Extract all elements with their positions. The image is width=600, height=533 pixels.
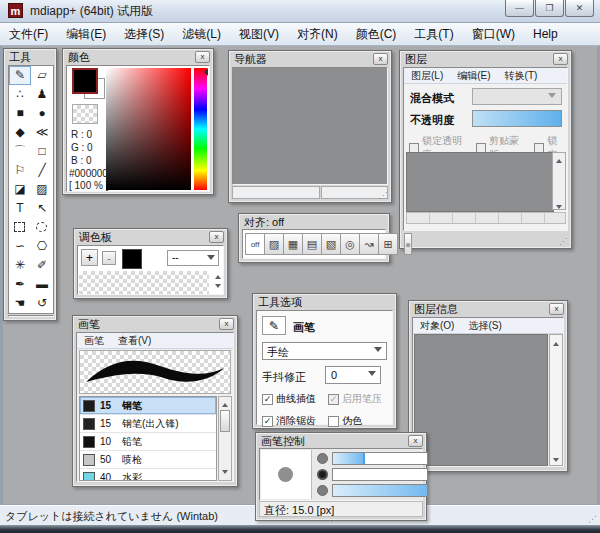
- polygon-lasso-tool[interactable]: ⎔: [31, 237, 53, 256]
- maximize-button[interactable]: ❐: [535, 0, 564, 17]
- measure-tool[interactable]: ▬: [31, 275, 53, 294]
- rect-outline-tool[interactable]: □: [31, 142, 53, 161]
- menu-item[interactable]: 编辑(E): [450, 69, 497, 83]
- gradient-tool[interactable]: ▨: [31, 180, 53, 199]
- eraser-tool[interactable]: ▱: [31, 66, 53, 85]
- snap-perspective-button[interactable]: ⊞: [378, 233, 398, 255]
- snap-grid-button[interactable]: ▦: [283, 233, 303, 255]
- menu-item[interactable]: 转换(T): [498, 69, 545, 83]
- opacity-slider[interactable]: [472, 110, 562, 127]
- fill-polyline-tool[interactable]: ≪: [31, 123, 53, 142]
- close-icon[interactable]: x: [219, 318, 234, 330]
- hue-slider[interactable]: [194, 68, 207, 190]
- scrollbar-thumb[interactable]: [220, 410, 230, 432]
- foreground-color-swatch[interactable]: [72, 68, 98, 94]
- close-icon[interactable]: x: [553, 53, 568, 65]
- close-button[interactable]: ✕: [565, 0, 594, 17]
- snap-radial-button[interactable]: ▧: [321, 233, 341, 255]
- fill-rect-tool[interactable]: ■: [9, 104, 31, 123]
- close-icon[interactable]: x: [209, 231, 224, 243]
- menu-item[interactable]: 图层(L): [404, 69, 450, 83]
- hand-tool[interactable]: ☚: [9, 294, 31, 313]
- text-tool[interactable]: T: [9, 199, 31, 218]
- stabilize-dropdown[interactable]: 0: [325, 366, 381, 384]
- menu-item[interactable]: 视图(V): [230, 26, 288, 43]
- eyedropper-tool[interactable]: ✒: [9, 275, 31, 294]
- palette-add-button[interactable]: +: [81, 249, 98, 266]
- tone-stamp-tool[interactable]: ♟: [31, 85, 53, 104]
- ellipse-marquee-tool[interactable]: [31, 218, 53, 237]
- palette-scroll-down-icon[interactable]: [215, 284, 221, 291]
- menu-item[interactable]: 选择(S): [461, 319, 508, 333]
- pen-tool[interactable]: ✎: [9, 66, 31, 85]
- close-icon[interactable]: x: [549, 303, 564, 315]
- lasso-tool[interactable]: ∽: [9, 237, 31, 256]
- dot-pen-tool[interactable]: ∴: [9, 85, 31, 104]
- rect-marquee-tool[interactable]: [9, 218, 31, 237]
- layer-list[interactable]: [406, 152, 554, 212]
- brush-row[interactable]: 50喷枪: [80, 451, 216, 469]
- palette-current-swatch[interactable]: [122, 249, 142, 269]
- navigator-angle-field[interactable]: [321, 186, 388, 199]
- current-tool-icon[interactable]: ✎: [262, 316, 286, 335]
- curve-tool[interactable]: ⌒: [9, 142, 31, 161]
- brush-control-slider[interactable]: [317, 452, 428, 465]
- menu-item[interactable]: 颜色(C): [347, 26, 406, 43]
- move-tool[interactable]: ↖: [31, 199, 53, 218]
- palette-remove-button[interactable]: -: [102, 251, 116, 265]
- fill-polygon-tool[interactable]: ◆: [9, 123, 31, 142]
- brush-list-scrollbar[interactable]: [218, 396, 232, 481]
- saturation-value-picker[interactable]: [106, 68, 191, 190]
- title-bar[interactable]: m mdiapp+ (64bit) 试用版 —❐✕: [0, 0, 600, 23]
- menu-item[interactable]: 选择(S): [115, 26, 173, 43]
- blend-mode-dropdown[interactable]: [472, 88, 562, 105]
- transparent-color-swatch[interactable]: [72, 104, 98, 124]
- checkbox-消除锯齿[interactable]: 消除锯齿: [262, 414, 328, 428]
- rotate-view-tool[interactable]: ↺: [31, 294, 53, 313]
- menu-item[interactable]: 对齐(N): [288, 26, 347, 43]
- brush-row[interactable]: 10铅笔: [80, 433, 216, 451]
- checkbox-启用笔压[interactable]: 启用笔压: [328, 392, 394, 406]
- menu-item[interactable]: 查看(V): [111, 334, 158, 348]
- checkbox-伪色[interactable]: 伪色: [328, 414, 394, 428]
- snap-parallel-button[interactable]: ▨: [264, 233, 284, 255]
- minimize-button[interactable]: —: [505, 0, 534, 17]
- palette-swatch-area[interactable]: [79, 271, 209, 294]
- resize-grip-icon[interactable]: ⋰: [559, 237, 567, 246]
- layer-info-scrollbar[interactable]: [549, 334, 563, 466]
- layer-toolbar[interactable]: [406, 212, 566, 224]
- menu-item[interactable]: 窗口(W): [463, 26, 524, 43]
- menu-item[interactable]: 工具(T): [405, 26, 462, 43]
- menu-item[interactable]: 文件(F): [0, 26, 57, 43]
- resize-grip-icon[interactable]: ⋰: [379, 191, 387, 200]
- checkbox-曲线插值[interactable]: 曲线插值: [262, 392, 328, 406]
- layer-list-scrollbar[interactable]: [552, 152, 566, 210]
- menu-item[interactable]: 编辑(E): [57, 26, 115, 43]
- path-pen-tool[interactable]: ⚐: [9, 161, 31, 180]
- brush-control-slider[interactable]: [317, 468, 428, 481]
- bucket-fill-tool[interactable]: ◪: [9, 180, 31, 199]
- navigator-zoom-field[interactable]: [232, 186, 320, 199]
- snap-curve-button[interactable]: ↝: [359, 233, 379, 255]
- snap-custom-button[interactable]: ●: [404, 233, 412, 255]
- brush-row[interactable]: 40水彩: [80, 469, 216, 481]
- close-icon[interactable]: x: [195, 51, 210, 63]
- menu-item[interactable]: Help: [524, 27, 567, 41]
- palette-scroll-up-icon[interactable]: [215, 272, 221, 279]
- palette-set-dropdown[interactable]: --: [167, 250, 219, 266]
- selection-pen-tool[interactable]: ✐: [31, 256, 53, 275]
- close-icon[interactable]: x: [373, 53, 388, 65]
- layer-info-list[interactable]: [414, 334, 548, 466]
- fill-ellipse-tool[interactable]: ●: [31, 104, 53, 123]
- close-icon[interactable]: x: [408, 435, 423, 447]
- line-tool[interactable]: ╱: [31, 161, 53, 180]
- brush-row[interactable]: 15钢笔(出入锋): [80, 415, 216, 433]
- draw-mode-dropdown[interactable]: 手绘: [262, 342, 387, 360]
- navigator-preview[interactable]: [232, 67, 388, 185]
- magic-wand-tool[interactable]: ✳: [9, 256, 31, 275]
- brush-row[interactable]: 15钢笔: [80, 397, 216, 415]
- resize-grip-icon[interactable]: ⋰: [588, 514, 598, 524]
- brush-control-slider[interactable]: [317, 484, 428, 497]
- menu-item[interactable]: 滤镜(L): [173, 26, 230, 43]
- snap-concentric-button[interactable]: ◎: [340, 233, 360, 255]
